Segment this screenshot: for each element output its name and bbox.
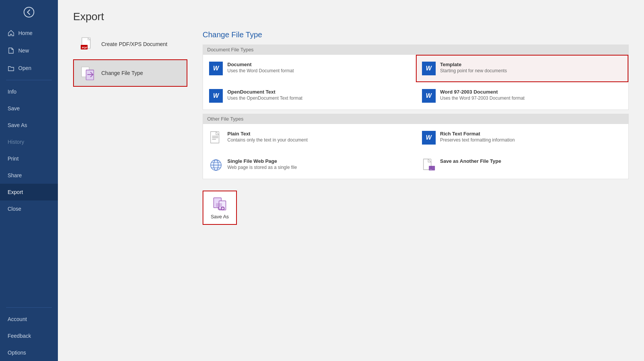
- other-icon: ...: [422, 158, 436, 172]
- file-type-txt-name: Plain Text: [227, 131, 308, 137]
- page-title: Export: [58, 0, 644, 30]
- panel-option-create-pdf[interactable]: PDF Create PDF/XPS Document: [73, 30, 187, 58]
- mhtml-icon: [209, 158, 223, 172]
- file-type-odt[interactable]: W OpenDocument Text Uses the OpenDocumen…: [203, 82, 416, 110]
- panel-option-change-file-type[interactable]: Change File Type: [73, 59, 187, 87]
- panel-option-change-file-type-label: Change File Type: [101, 70, 143, 76]
- other-types-grid: Plain Text Contains only the text in you…: [203, 124, 629, 179]
- file-type-rtf-info: Rich Text Format Preserves text formatti…: [440, 131, 515, 143]
- file-type-doc-desc: Uses the Word 97-2003 Document format: [440, 95, 525, 101]
- file-type-mhtml-name: Single File Web Page: [227, 158, 297, 164]
- file-type-other-info: Save as Another File Type: [440, 158, 501, 165]
- sidebar-item-save[interactable]: Save: [0, 100, 58, 117]
- back-button[interactable]: [0, 0, 58, 24]
- file-type-docx[interactable]: W Document Uses the Word Document format: [203, 55, 416, 82]
- save-as-button[interactable]: Save As: [203, 191, 237, 225]
- file-type-mhtml-desc: Web page is stored as a single file: [227, 165, 297, 170]
- left-panel: PDF Create PDF/XPS Document Change File …: [58, 30, 195, 361]
- other-section: Other File Types Plain Tex: [203, 114, 629, 179]
- file-type-template[interactable]: W Template Starting point for new docume…: [416, 55, 629, 82]
- sidebar-item-open[interactable]: Open: [0, 59, 58, 77]
- file-type-template-desc: Starting point for new documents: [440, 68, 507, 73]
- svg-text:...: ...: [430, 167, 432, 170]
- document-section-title: Document File Types: [203, 45, 629, 55]
- sidebar-item-print[interactable]: Print: [0, 150, 58, 167]
- main-content: Export PDF Create PDF/XPS Document: [58, 0, 644, 361]
- right-panel-title: Change File Type: [203, 30, 629, 39]
- right-panel: Change File Type Document File Types W D…: [195, 30, 644, 361]
- file-type-txt-desc: Contains only the text in your document: [227, 137, 308, 143]
- file-type-txt[interactable]: Plain Text Contains only the text in you…: [203, 124, 416, 151]
- word-icon-doc: W: [422, 89, 436, 103]
- file-type-docx-info: Document Uses the Word Document format: [227, 62, 294, 73]
- word-icon-odt: W: [209, 89, 223, 103]
- document-types-grid: W Document Uses the Word Document format…: [203, 55, 629, 110]
- file-type-odt-name: OpenDocument Text: [227, 89, 302, 95]
- file-type-docx-name: Document: [227, 62, 294, 67]
- save-as-icon: [212, 196, 227, 212]
- sidebar-item-history[interactable]: History: [0, 134, 58, 150]
- sidebar-item-options[interactable]: Options: [0, 344, 58, 361]
- file-type-rtf-desc: Preserves text formatting information: [440, 137, 515, 143]
- file-type-odt-desc: Uses the OpenDocument Text format: [227, 95, 302, 101]
- word-icon-template: W: [422, 62, 436, 75]
- document-section: Document File Types W Document Uses the …: [203, 45, 629, 110]
- file-type-mhtml-info: Single File Web Page Web page is stored …: [227, 158, 297, 170]
- file-type-doc-name: Word 97-2003 Document: [440, 89, 525, 95]
- file-type-template-name: Template: [440, 62, 507, 67]
- sidebar-item-new[interactable]: New: [0, 42, 58, 59]
- save-as-button-label: Save As: [211, 214, 229, 219]
- sidebar-nav: Home New Open Info Save Save As History: [0, 24, 58, 304]
- file-type-mhtml[interactable]: Single File Web Page Web page is stored …: [203, 151, 416, 179]
- sidebar-item-export[interactable]: Export: [0, 184, 58, 200]
- sidebar-item-account[interactable]: Account: [0, 311, 58, 328]
- file-type-other-name: Save as Another File Type: [440, 158, 501, 164]
- file-type-other[interactable]: ... Save as Another File Type: [416, 151, 629, 179]
- file-type-template-info: Template Starting point for new document…: [440, 62, 507, 73]
- file-type-txt-info: Plain Text Contains only the text in you…: [227, 131, 308, 143]
- file-type-odt-info: OpenDocument Text Uses the OpenDocument …: [227, 89, 302, 101]
- word-icon-docx: W: [209, 62, 223, 75]
- txt-icon: [209, 131, 223, 145]
- word-icon-rtf: W: [422, 131, 436, 145]
- svg-text:PDF: PDF: [82, 46, 88, 49]
- sidebar-item-share[interactable]: Share: [0, 167, 58, 184]
- sidebar-item-saveas[interactable]: Save As: [0, 117, 58, 134]
- file-type-docx-desc: Uses the Word Document format: [227, 68, 294, 73]
- file-type-rtf-name: Rich Text Format: [440, 131, 515, 137]
- file-type-rtf[interactable]: W Rich Text Format Preserves text format…: [416, 124, 629, 151]
- content-area: PDF Create PDF/XPS Document Change File …: [58, 30, 644, 361]
- sidebar: Home New Open Info Save Save As History: [0, 0, 58, 361]
- panel-option-create-pdf-label: Create PDF/XPS Document: [101, 41, 168, 47]
- sidebar-item-feedback[interactable]: Feedback: [0, 328, 58, 344]
- file-type-doc[interactable]: W Word 97-2003 Document Uses the Word 97…: [416, 82, 629, 110]
- save-as-container: Save As: [203, 191, 629, 225]
- svg-rect-21: [216, 203, 222, 207]
- sidebar-item-info[interactable]: Info: [0, 83, 58, 100]
- other-section-title: Other File Types: [203, 114, 629, 124]
- sidebar-bottom: Account Feedback Options: [0, 304, 58, 361]
- svg-point-0: [24, 7, 34, 17]
- sidebar-item-home[interactable]: Home: [0, 24, 58, 42]
- sidebar-item-close[interactable]: Close: [0, 200, 58, 217]
- file-type-doc-info: Word 97-2003 Document Uses the Word 97-2…: [440, 89, 525, 101]
